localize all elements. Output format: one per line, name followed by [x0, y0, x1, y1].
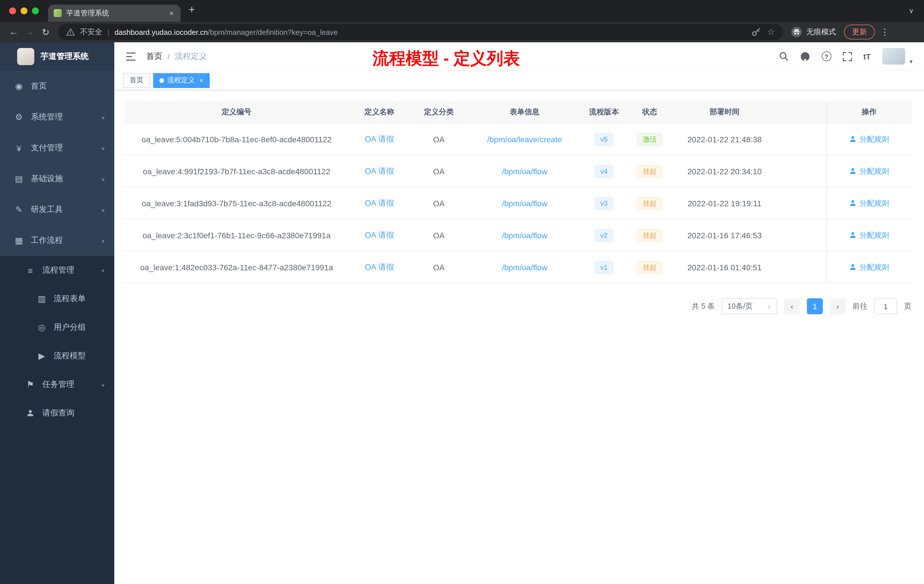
assign-rule-link[interactable]: 分配规则	[849, 262, 889, 272]
fullscreen-icon[interactable]	[843, 52, 852, 61]
chevron-down-icon: ∨	[101, 145, 105, 150]
back-button[interactable]: ←	[6, 25, 22, 40]
version-badge: v2	[594, 229, 613, 241]
app-logo[interactable]: 芋道管理系统	[0, 42, 114, 71]
definition-name-link[interactable]: OA 请假	[365, 198, 394, 208]
browser-tab[interactable]: 芋道管理系统 ×	[48, 5, 181, 22]
page-content: 定义编号 定义名称 定义分类 表单信息 流程版本 状态 部署时间 操作 oa_l…	[114, 90, 924, 584]
help-icon[interactable]: ?	[822, 51, 832, 61]
new-tab-button[interactable]: +	[188, 3, 195, 16]
breadcrumb-home[interactable]: 首页	[146, 51, 162, 61]
list-icon: ≡	[25, 266, 35, 275]
goto-label: 前往	[853, 301, 868, 312]
assign-rule-link[interactable]: 分配规则	[849, 230, 889, 240]
app-title: 芋道管理系统	[41, 51, 89, 62]
tags-view-bar: 首页 流程定义 ×	[114, 71, 924, 90]
sidebar-item-process-management[interactable]: ≡ 流程管理 ∧	[0, 256, 114, 285]
tab-favicon	[54, 9, 62, 17]
next-page-button[interactable]: ›	[830, 298, 846, 314]
page-size-select[interactable]: 10条/页 ∨	[722, 298, 777, 314]
home-icon: ◉	[14, 81, 24, 91]
definition-id: oa_leave:5:004b710b-7b8a-11ec-8ef0-acde4…	[124, 124, 350, 155]
goto-page-input[interactable]	[874, 298, 897, 314]
definition-category: OA	[409, 251, 469, 283]
form-link[interactable]: /bpm/oa/flow	[502, 167, 548, 176]
definition-id: oa_leave:2:3c1f0ef1-76b1-11ec-9c66-a2380…	[124, 219, 350, 251]
maximize-window-button[interactable]	[32, 7, 39, 14]
logo-image	[17, 48, 34, 65]
sidebar-item-dev-tools[interactable]: ✎ 研发工具 ∨	[0, 194, 114, 225]
col-definition-category: 定义分类	[409, 101, 469, 123]
reload-button[interactable]: ↻	[38, 25, 54, 40]
gear-icon: ⚙	[14, 112, 24, 122]
deploy-time: 2022-01-22 20:34:10	[672, 155, 777, 187]
assign-rule-link[interactable]: 分配规则	[849, 134, 889, 144]
form-link[interactable]: /bpm/oa/leave/create	[487, 135, 562, 144]
sidebar-item-payment[interactable]: ¥ 支付管理 ∨	[0, 133, 114, 163]
definition-name-link[interactable]: OA 请假	[365, 262, 394, 272]
version-badge: v4	[594, 165, 613, 177]
forward-button[interactable]: →	[22, 25, 38, 40]
close-window-button[interactable]	[9, 7, 16, 14]
sidebar-item-process-form[interactable]: ▥ 流程表单	[0, 285, 114, 313]
tab-title: 芋道管理系统	[66, 8, 163, 18]
tag-process-definition[interactable]: 流程定义 ×	[153, 73, 210, 88]
total-count: 共 5 条	[692, 301, 715, 312]
sidebar-item-home[interactable]: ◉ 首页	[0, 71, 114, 102]
definition-name-link[interactable]: OA 请假	[365, 134, 394, 144]
tag-home[interactable]: 首页	[124, 73, 150, 88]
chevron-down-icon: ∨	[101, 382, 105, 387]
password-key-icon[interactable]	[751, 27, 760, 36]
sidebar-item-workflow[interactable]: ▦ 工作流程 ∧	[0, 225, 114, 256]
sidebar-item-leave-query[interactable]: 请假查询	[0, 399, 114, 427]
chrome-update-button[interactable]: 更新	[844, 25, 875, 40]
definition-name-link[interactable]: OA 请假	[365, 230, 394, 240]
table-row: oa_leave:4:991f2193-7b7f-11ec-a3c8-acde4…	[124, 155, 911, 187]
font-size-icon[interactable]: tT	[863, 52, 871, 61]
window-controls	[0, 7, 48, 14]
screen: 芋道管理系统 × + ∨ ← → ↻ 不安全 | dashboard.yudao…	[0, 0, 924, 584]
task-flag-icon: ⚑	[25, 379, 35, 390]
tab-search-icon[interactable]: ∨	[909, 7, 914, 15]
definition-name-link[interactable]: OA 请假	[365, 166, 394, 176]
version-badge: v1	[594, 261, 613, 274]
form-link[interactable]: /bpm/oa/flow	[502, 262, 548, 272]
search-icon[interactable]	[779, 51, 789, 61]
prev-page-button[interactable]: ‹	[784, 298, 800, 314]
page-1-button[interactable]: 1	[807, 298, 823, 314]
chevron-up-icon: ∧	[101, 238, 105, 243]
avatar-caret-icon[interactable]: ▾	[910, 58, 912, 64]
collapse-sidebar-icon[interactable]	[126, 52, 136, 61]
infrastructure-icon: ▤	[14, 174, 24, 184]
url-host: dashboard.yudao.iocoder.cn	[115, 28, 208, 36]
sidebar-item-task-management[interactable]: ⚑ 任务管理 ∨	[0, 370, 114, 399]
deploy-time: 2022-01-16 17:46:53	[672, 219, 777, 251]
chevron-down-icon: ∨	[767, 303, 771, 309]
form-link[interactable]: /bpm/oa/flow	[502, 199, 548, 208]
github-icon[interactable]	[800, 51, 810, 61]
address-bar[interactable]: 不安全 | dashboard.yudao.iocoder.cn/bpm/man…	[58, 24, 783, 40]
deploy-time: 2022-01-22 21:48:38	[672, 124, 777, 155]
sidebar-item-infrastructure[interactable]: ▤ 基础设施 ∨	[0, 163, 114, 194]
incognito-icon	[791, 26, 802, 38]
not-secure-icon	[66, 28, 75, 36]
col-actions: 操作	[826, 101, 911, 123]
form-icon: ▥	[36, 294, 47, 304]
breadcrumb: 首页 / 流程定义	[146, 51, 207, 61]
col-definition-id: 定义编号	[124, 101, 350, 123]
assign-rule-link[interactable]: 分配规则	[849, 166, 889, 176]
person-icon	[25, 409, 35, 417]
sidebar-item-process-model[interactable]: ▶ 流程模型	[0, 342, 114, 370]
minimize-window-button[interactable]	[21, 7, 27, 14]
bookmark-star-icon[interactable]: ☆	[767, 27, 775, 37]
sidebar-item-system[interactable]: ⚙ 系统管理 ∨	[0, 102, 114, 133]
browser-toolbar: ← → ↻ 不安全 | dashboard.yudao.iocoder.cn/b…	[0, 22, 924, 42]
tab-close-icon[interactable]: ×	[168, 8, 175, 18]
browser-menu-icon[interactable]: ⋮	[881, 27, 889, 37]
avatar[interactable]	[882, 48, 905, 64]
sidebar-item-user-group[interactable]: ◎ 用户分组	[0, 313, 114, 342]
tools-icon: ✎	[14, 205, 24, 215]
assign-rule-link[interactable]: 分配规则	[849, 198, 889, 208]
tag-close-icon[interactable]: ×	[200, 76, 203, 84]
form-link[interactable]: /bpm/oa/flow	[502, 231, 548, 240]
